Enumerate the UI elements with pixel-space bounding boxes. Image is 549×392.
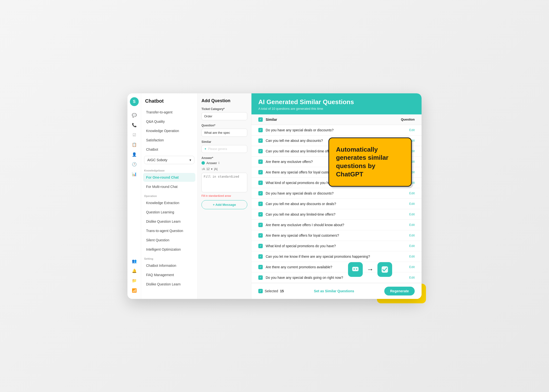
table-row: ✓ What kind of special promotions do you… [251,241,422,251]
row-text-6: Do you have any special deals or discoun… [266,191,406,195]
sidebar-icon-chart[interactable]: 📊 [130,170,139,179]
nav-item-satisfaction[interactable]: Satisfaction [143,136,195,145]
svg-point-2 [356,268,357,270]
nav-item-multi-round[interactable]: For Multi-round Chat [143,182,195,191]
table-row: ✓ Can you tell me about any discounts or… [251,199,422,209]
knowledgebase-section-label: Knowledgebase [141,166,197,173]
table-row: ✓ Can you let me know if there are any s… [251,251,422,262]
operation-items: Knowledge Extraction Question Learning D… [141,198,197,254]
nav-item-transfer[interactable]: Transfer-to-agent [143,108,195,117]
add-message-button[interactable]: + Add Message [201,200,247,209]
answer-radio[interactable] [201,161,205,165]
error-text: Fill in standardized answ [201,194,247,197]
row-edit-13[interactable]: Edit [409,265,415,269]
answer-toolbar: ↕A 12 ▾ |A| [201,167,247,171]
sidebar-icon-user[interactable]: 👤 [130,150,139,159]
ticket-category-label: Ticket Category* [201,107,247,111]
answer-textarea[interactable] [201,173,247,192]
ticket-category-input[interactable]: Order [201,112,247,120]
sidebar-icon-chat[interactable]: 💬 [130,111,139,120]
sidebar-icon-check[interactable]: ☑ [130,131,139,139]
footer-selected-label: Selected [265,289,278,293]
row-checkbox-5[interactable]: ✓ [258,181,263,185]
sidebar-icon-clock[interactable]: 🕐 [130,160,139,169]
nav-item-silent[interactable]: Silent Question [143,236,195,245]
row-checkbox-6[interactable]: ✓ [258,191,263,196]
row-checkbox-13[interactable]: ✓ [258,265,263,269]
row-checkbox-2[interactable]: ✓ [258,149,263,153]
row-checkbox-14[interactable]: ✓ [258,275,263,280]
nav-item-chatbot-info[interactable]: Chatbot Information [143,261,195,270]
nav-item-dislike-setting[interactable]: Dislike Question Learn [143,280,195,289]
row-edit-14[interactable]: Edit [409,276,415,279]
main-content: AI Generated Similar Questions A total o… [251,93,422,299]
question-input[interactable]: What are the spec [201,129,247,137]
font-size-icon: ↕A [201,167,205,171]
row-text-0: Do you have any special deals or discoun… [266,128,406,132]
row-text-11: What kind of special promotions do you h… [266,244,406,248]
row-edit-8[interactable]: Edit [409,212,415,216]
main-footer: ✓ Selected 15 Set as Similar Questions R… [251,283,422,299]
svg-point-1 [354,268,355,270]
sidebar-icon-bell[interactable]: 🔔 [130,267,139,275]
row-checkbox-10[interactable]: ✓ [258,233,263,238]
icon-sidebar: S 💬 📞 ☑ 📋 👤 🕐 📊 👥 🔔 📁 📶 [127,93,141,299]
row-edit-6[interactable]: Edit [409,191,415,195]
header-question-col: Question [400,118,415,121]
nav-item-knowledge-op[interactable]: Knowledge Operation [143,126,195,135]
header-similar-col: Similar [266,118,397,122]
row-text-9: Are there any exclusive offers I should … [266,223,406,227]
font-size-value: 12 [206,167,210,171]
row-edit-0[interactable]: Edit [409,128,415,132]
header-checkbox[interactable]: ✓ [258,117,263,122]
setting-items: Chatbot Information FAQ Management Disli… [141,261,197,289]
sidebar-icon-wifi[interactable]: 📶 [130,286,139,295]
row-checkbox-1[interactable]: ✓ [258,138,263,143]
row-edit-9[interactable]: Edit [409,223,415,227]
row-checkbox-4[interactable]: ✓ [258,170,263,174]
table-row: ✓ Do you have any special deals or disco… [251,188,422,199]
chatgpt-flow: → [348,262,392,277]
nav-item-chatbot[interactable]: Chatbot [143,145,195,154]
row-checkbox-0[interactable]: ✓ [258,128,263,132]
row-edit-11[interactable]: Edit [409,244,415,248]
outer-wrapper: S 💬 📞 ☑ 📋 👤 🕐 📊 👥 🔔 📁 📶 Chatbot Transfer… [127,93,422,299]
chatbot-dropdown[interactable]: AIGC Soboty ▾ [144,156,194,164]
nav-item-qa[interactable]: Q&A Quality [143,117,195,126]
footer-regenerate-button[interactable]: Regenerate [384,287,415,295]
nav-item-dislike-learn[interactable]: Dislike Question Learn [143,217,195,226]
nav-item-question-learning[interactable]: Question Learning [143,208,195,217]
answer-label: Answer* [201,156,247,160]
similar-input[interactable]: ✦ Please genera [201,145,247,153]
row-edit-7[interactable]: Edit [409,202,415,206]
nav-item-intelligent[interactable]: Intelligent Optimization [143,245,195,254]
avatar: S [130,97,139,106]
row-text-12: Can you let me know if there are any spe… [266,255,406,258]
footer-set-similar-button[interactable]: Set as Similar Questions [314,289,354,293]
nav-item-faq[interactable]: FAQ Management [143,270,195,279]
row-edit-12[interactable]: Edit [409,255,415,258]
row-edit-10[interactable]: Edit [409,233,415,237]
chatbot-icon [348,262,363,277]
nav-item-knowledge-extraction[interactable]: Knowledge Extraction [143,198,195,207]
nav-item-trans-agent[interactable]: Trans-to-agent Question [143,226,195,235]
main-header-title: AI Generated Similar Questions [258,98,415,106]
row-checkbox-7[interactable]: ✓ [258,202,263,206]
row-text-7: Can you tell me about any discounts or d… [266,202,406,206]
footer-check-icon: ✓ [258,289,263,293]
chevron-toolbar-icon: ▾ [211,167,212,171]
sidebar-icon-users[interactable]: 👥 [130,257,139,266]
row-checkbox-11[interactable]: ✓ [258,244,263,248]
row-checkbox-3[interactable]: ✓ [258,159,263,164]
info-icon: ℹ [218,161,220,165]
row-checkbox-8[interactable]: ✓ [258,212,263,217]
operation-section-label: Operation [141,192,197,198]
sidebar-icon-folder[interactable]: 📁 [130,276,139,285]
nav-item-one-round[interactable]: For One-round Chat [143,173,195,182]
row-checkbox-12[interactable]: ✓ [258,254,263,259]
footer-selected-section: ✓ Selected 15 [258,289,284,293]
answer-radio-label: Answer [206,161,217,165]
row-checkbox-9[interactable]: ✓ [258,223,263,227]
sidebar-icon-clipboard[interactable]: 📋 [130,140,139,149]
sidebar-icon-phone[interactable]: 📞 [130,121,139,130]
